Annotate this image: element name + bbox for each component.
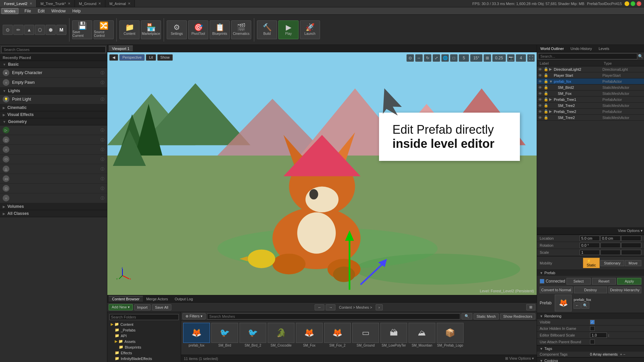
outliner-row-directional-light[interactable]: 👁 🔒 ▶ DirectionalLight2 DirectionalLight xyxy=(537,66,644,72)
toolbar-blueprints[interactable]: 📋 Blueprints xyxy=(210,20,230,39)
list-item-box-trigger[interactable]: ◻ ⓘ xyxy=(0,184,107,193)
lock-icon-pt1[interactable]: 🔒 xyxy=(544,97,549,102)
asset-prefab-fox[interactable]: 🦊 prefab_fox xyxy=(183,323,210,347)
lit-btn[interactable]: Lit xyxy=(146,54,156,61)
world-outliner-tab[interactable]: World Outliner xyxy=(538,47,566,51)
nav-forward-btn[interactable]: → xyxy=(326,304,335,310)
tags-add-icon[interactable]: + xyxy=(620,352,622,356)
levels-tab[interactable]: Levels xyxy=(597,47,611,51)
vp-angle-size[interactable]: 15° xyxy=(470,54,482,62)
category-geometry[interactable]: ▼ Geometry xyxy=(0,118,107,125)
vp-world-icon[interactable]: 🌐 xyxy=(441,54,449,62)
menu-edit[interactable]: Edit xyxy=(34,8,48,14)
scale-x-input[interactable] xyxy=(580,250,600,255)
vp-layers-icon[interactable]: 4 xyxy=(516,54,526,62)
convert-to-normal-btn[interactable]: Convert to Normal xyxy=(540,287,573,293)
arrow-icon-pt2[interactable]: ▶ xyxy=(549,109,553,114)
arrow-icon-pf[interactable]: ▼ xyxy=(549,79,553,83)
nav-right-arrow[interactable]: › xyxy=(376,304,383,310)
attach-parent-checkbox[interactable] xyxy=(590,340,595,344)
eye-icon-b2[interactable]: 👁 xyxy=(538,85,544,89)
save-all-button[interactable]: Save All xyxy=(152,304,171,310)
outliner-search-icon[interactable]: 🔍 xyxy=(638,54,643,59)
toolbar-icon-m[interactable]: M xyxy=(56,25,66,35)
add-new-button[interactable]: Add New ▾ xyxy=(109,304,133,310)
asset-sm-prefab-logo[interactable]: 📦 SM_Prefab_Logo xyxy=(437,323,464,347)
outliner-row-sm-bird2[interactable]: 👁 🔒 SM_Bird2 StaticMeshActor xyxy=(537,84,644,90)
eye-icon-pt1[interactable]: 👁 xyxy=(538,98,544,102)
asset-search-input[interactable] xyxy=(207,313,460,319)
list-item-sphere[interactable]: ○ ⓘ xyxy=(0,145,107,155)
view-options-label[interactable]: View Options ▾ xyxy=(618,229,643,233)
show-redirectors-btn[interactable]: Show Redirectors xyxy=(500,313,535,319)
toolbar-icon-2[interactable]: ✏ xyxy=(13,25,23,35)
outliner-row-sm-tree2-a[interactable]: 👁 🔒 SM_Tree2 StaticMeshActor xyxy=(537,103,644,109)
outliner-row-prefab-tree2[interactable]: 👁 🔒 ▶ Prefab_Tree2 PrefabActor xyxy=(537,109,644,115)
category-cinematic[interactable]: ▶ Cinematic xyxy=(0,104,107,111)
folder-content[interactable]: ▶ 📁 Content xyxy=(109,321,179,327)
outliner-row-player-start[interactable]: 👁 🔒 Player Start PlayerStart xyxy=(537,72,644,78)
outliner-row-prefab-tree1[interactable]: 👁 🔒 ▶ Prefab_Tree1 PrefabActor xyxy=(537,97,644,103)
asset-sm-lowpoly[interactable]: 🏔 SM_LowPolyTer xyxy=(380,323,407,347)
folder-prefabs[interactable]: 📁 _Prefabs xyxy=(109,327,179,333)
list-item-player-start[interactable]: ▷ ⓘ xyxy=(0,125,107,135)
static-mesh-filter-btn[interactable]: Static Mesh xyxy=(474,313,499,319)
lock-icon-pf[interactable]: 🔒 xyxy=(544,79,549,83)
outliner-row-sm-fox[interactable]: 👁 🔒 SM_Fox StaticMeshActor xyxy=(537,90,644,97)
asset-sm-crocodile[interactable]: 🐊 SM_Crocodile xyxy=(268,323,294,347)
minimize-button[interactable]: − xyxy=(625,1,629,6)
list-item-sphere-trigger[interactable]: ○ ⓘ xyxy=(0,193,107,203)
tab-content-browser[interactable]: Content Browser xyxy=(109,296,143,302)
rotation-z-input[interactable] xyxy=(621,243,641,248)
folder-infinity-blade-effects[interactable]: 📁 InfinityBladeEffects xyxy=(109,356,179,361)
tab-m-animal[interactable]: M_Animal ✕ xyxy=(105,0,135,7)
vp-scale-icon[interactable]: ⤢ xyxy=(433,54,440,62)
import-button[interactable]: Import xyxy=(134,304,151,310)
perspective-btn[interactable]: Perspective xyxy=(119,54,145,61)
prefab-find-btn[interactable]: 🔍 xyxy=(581,302,589,309)
billboard-scale-arrow[interactable]: ↕ xyxy=(608,333,610,337)
asset-sm-mountian[interactable]: ⛰ SM_Mountian xyxy=(409,323,435,347)
rotation-y-input[interactable] xyxy=(600,243,621,248)
category-visual-effects[interactable]: ▶ Visual Effects xyxy=(0,111,107,118)
folder-effects[interactable]: 📁 Effects xyxy=(109,350,179,356)
toolbar-icon-5[interactable]: ⬢ xyxy=(46,25,56,35)
toolbar-marketplace[interactable]: 🏪 Marketplace xyxy=(141,20,161,39)
lock-icon-st2b[interactable]: 🔒 xyxy=(544,115,549,120)
list-item-cone[interactable]: △ ⓘ xyxy=(0,164,107,174)
mobility-static-btn[interactable]: ⚡ Static xyxy=(583,258,600,268)
filters-btn[interactable]: ⊕ Filters ▾ xyxy=(182,313,206,319)
outliner-row-sm-tree2-b[interactable]: 👁 🔒 SM_Tree2 StaticMeshActor xyxy=(537,115,644,121)
toolbar-play[interactable]: ▶ Play xyxy=(278,20,299,39)
vp-settings-icon[interactable]: ⊙ xyxy=(407,54,414,62)
toolbar-build[interactable]: 🔨 Build xyxy=(257,20,277,39)
scale-y-input[interactable] xyxy=(600,250,621,255)
menu-help[interactable]: Help xyxy=(69,8,84,14)
modes-button[interactable]: Modes xyxy=(1,8,18,14)
folder-blueprints[interactable]: 📁 Blueprints xyxy=(109,344,179,350)
toolbar-content[interactable]: 📁 Content xyxy=(119,20,140,39)
lock-icon-pt2[interactable]: 🔒 xyxy=(544,109,549,114)
tab-forest-level2[interactable]: Forest_Level2 ✕ xyxy=(0,0,37,7)
tags-remove-icon[interactable]: − xyxy=(623,352,625,356)
close-forest-level2-icon[interactable]: ✕ xyxy=(30,2,32,5)
vp-translate-icon[interactable]: ↔ xyxy=(415,54,423,62)
list-item-empty-pawn[interactable]: ○ Empty Pawn ⓘ xyxy=(0,78,107,87)
tab-m-tree-trunk[interactable]: M_Tree_Trunk* ✕ xyxy=(37,0,75,7)
close-m-ground-icon[interactable]: ✕ xyxy=(98,2,101,5)
list-item-point-light[interactable]: 💡 Point Light ⓘ xyxy=(0,95,107,104)
vp-rotate-icon[interactable]: ↻ xyxy=(424,54,431,62)
folder-api[interactable]: 📁 API xyxy=(109,333,179,339)
asset-sm-bird[interactable]: 🐦 SM_Bird xyxy=(211,323,238,347)
toolbar-settings[interactable]: ⚙ Settings xyxy=(167,20,187,39)
prefab-select-btn[interactable]: Select xyxy=(567,278,591,285)
rotation-x-input[interactable] xyxy=(580,243,600,248)
close-m-animal-icon[interactable]: ✕ xyxy=(128,2,130,5)
toolbar-icon-1[interactable]: ⊙ xyxy=(3,25,13,35)
mobility-stationary-btn[interactable]: Stationary xyxy=(600,260,625,266)
vp-camera-icon[interactable]: 📷 xyxy=(507,54,515,62)
prefab-search-btn[interactable]: ← xyxy=(574,302,581,309)
rendering-section-header[interactable]: ▼ Rendering xyxy=(537,313,644,319)
cooking-section-header[interactable]: ▼ Cooking xyxy=(537,358,644,362)
tab-merge-actors[interactable]: Merge Actors xyxy=(143,296,171,302)
